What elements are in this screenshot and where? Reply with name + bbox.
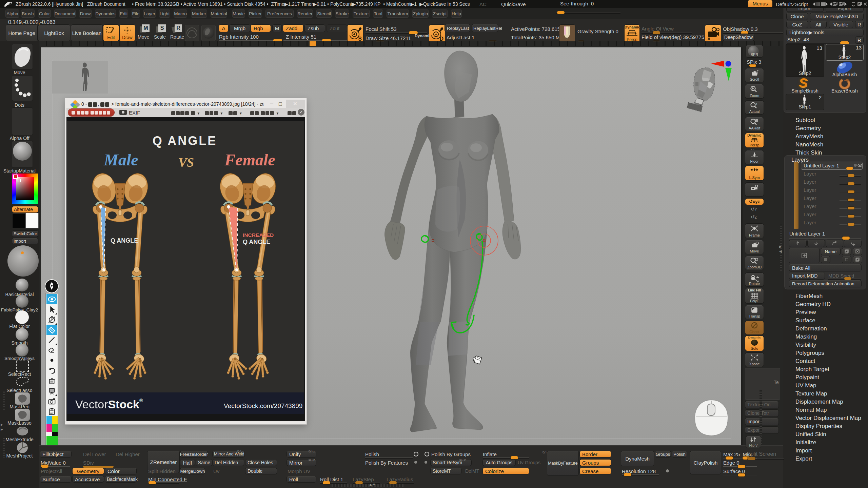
svg-text:Male: Male — [103, 151, 138, 169]
svg-text:Q ANGLE: Q ANGLE — [153, 134, 217, 148]
svg-text:Q ANGLE: Q ANGLE — [243, 239, 270, 245]
svg-text:INCREASED: INCREASED — [243, 232, 274, 238]
svg-text:Female: Female — [224, 151, 275, 169]
svg-text:Q ANGLE: Q ANGLE — [111, 237, 138, 244]
svg-text:VS: VS — [178, 155, 194, 169]
svg-text:1: 1 — [756, 102, 757, 106]
